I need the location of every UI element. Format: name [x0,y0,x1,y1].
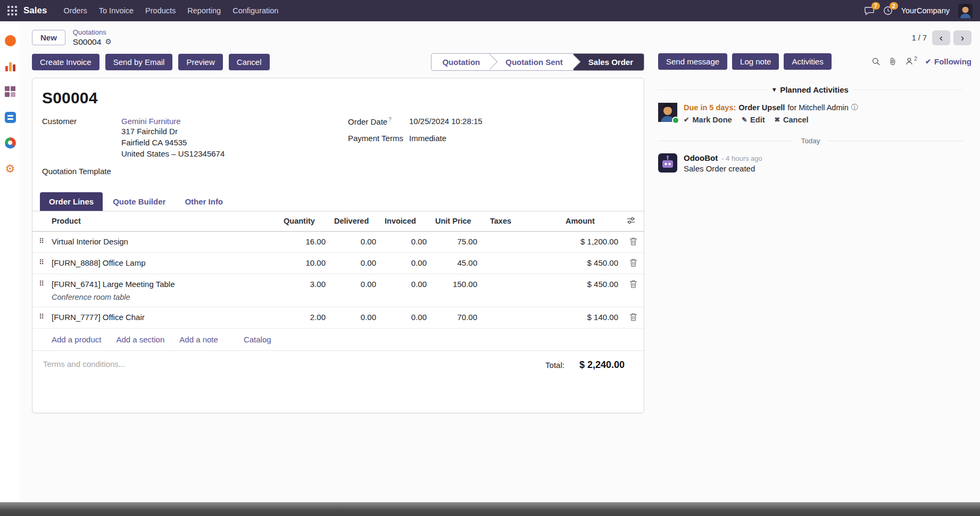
drag-handle-icon[interactable]: ⠿ [32,274,51,307]
add-a-note-link[interactable]: Add a note [179,335,218,344]
add-a-product-link[interactable]: Add a product [52,335,101,344]
delete-row-icon[interactable] [622,252,644,274]
menu-reporting[interactable]: Reporting [181,0,227,21]
status-quotation[interactable]: Quotation [431,54,491,70]
app-name[interactable]: Sales [23,5,47,16]
total-value: $ 2,240.00 [579,359,625,371]
actions-gear-icon[interactable]: ⚙ [105,37,112,47]
taxes-cell[interactable] [481,231,561,252]
delete-row-icon[interactable] [622,307,644,328]
column-taxes[interactable]: Taxes [481,211,561,232]
search-messages-icon[interactable] [871,57,881,66]
quantity-cell[interactable]: 3.00 [279,274,330,307]
message-author[interactable]: OdooBot [684,153,718,162]
optional-columns-icon[interactable] [622,211,644,232]
statusbar: Quotation Quotation Sent Sales Order [431,53,644,71]
add-a-section-link[interactable]: Add a section [116,335,164,344]
product-cell[interactable]: [FURN_7777] Office Chair [51,307,279,328]
menu-configuration[interactable]: Configuration [227,0,284,21]
tab-quote-builder[interactable]: Quote Builder [104,192,175,211]
circle-app-icon[interactable] [4,34,16,47]
cancel-activity-button[interactable]: ✖Cancel [775,116,809,124]
send-by-email-button[interactable]: Send by Email [105,54,173,70]
quotation-template-field[interactable] [111,167,196,176]
drag-handle-icon[interactable]: ⠿ [32,307,51,328]
followers-count: 2 [914,55,917,62]
attachments-paperclip-icon[interactable] [888,57,897,66]
settings-gear-icon[interactable]: ⚙ [4,162,16,175]
delete-row-icon[interactable] [622,274,644,307]
unit-price-cell[interactable]: 70.00 [431,307,481,328]
chatter: ▾ Planned Activities Due in 5 days [644,78,971,173]
unit-price-cell[interactable]: 45.00 [431,252,481,274]
column-product[interactable]: Product [51,211,279,232]
log-note-button[interactable]: Log note [732,53,779,70]
product-description: Conference room table [52,293,275,301]
payment-terms-field[interactable]: Immediate [409,134,446,143]
taxes-cell[interactable] [481,252,561,274]
bar-chart-app-icon[interactable] [4,60,16,72]
breadcrumb-quotations-link[interactable]: Quotations [73,28,112,37]
cancel-button[interactable]: Cancel [229,54,270,70]
product-cell[interactable]: [FURN_8888] Office Lamp [51,252,279,274]
create-invoice-button[interactable]: Create Invoice [32,54,99,70]
menu-orders[interactable]: Orders [57,0,93,21]
column-quantity[interactable]: Quantity [279,211,330,232]
activity-name: Order Upsell [738,103,785,112]
product-cell[interactable]: [FURN_6741] Large Meeting Table Conferen… [51,274,279,307]
new-button[interactable]: New [32,30,65,45]
user-avatar[interactable] [958,4,973,18]
status-sales-order[interactable]: Sales Order [574,54,644,70]
edit-activity-button[interactable]: ✎Edit [742,116,765,124]
following-toggle[interactable]: ✔ Following [925,57,971,66]
apps-grid-icon[interactable] [7,6,17,15]
tab-other-info[interactable]: Other Info [176,192,232,211]
pie-chart-app-icon[interactable] [4,136,16,149]
mark-done-button[interactable]: ✔Mark Done [684,116,732,124]
tab-order-lines[interactable]: Order Lines [40,192,103,211]
customer-link[interactable]: Gemini Furniture [121,117,181,126]
drag-handle-icon[interactable]: ⠿ [32,231,51,252]
invoiced-cell: 0.00 [380,274,431,307]
notebook-tabs: Order Lines Quote Builder Other Info [32,192,644,211]
menu-to-invoice[interactable]: To Invoice [93,0,139,21]
table-row: ⠿ Virtual Interior Design 16.00 0.00 0.0… [32,231,644,252]
unit-price-cell[interactable]: 75.00 [431,231,481,252]
info-icon[interactable]: ⓘ [851,103,858,112]
table-row: ⠿ [FURN_7777] Office Chair 2.00 0.00 0.0… [32,307,644,328]
grid-app-icon[interactable] [4,85,16,98]
odoobot-avatar [658,153,677,173]
drag-handle-icon[interactable]: ⠿ [32,252,51,274]
order-date-value[interactable]: 10/25/2024 10:28:15 [409,117,483,126]
terms-and-conditions-field[interactable]: Terms and conditions... [43,359,545,368]
column-invoiced[interactable]: Invoiced [380,211,431,232]
quantity-cell[interactable]: 16.00 [279,231,330,252]
messages-icon[interactable]: 7 [865,6,875,15]
product-cell[interactable]: Virtual Interior Design [51,231,279,252]
planned-activities-header[interactable]: ▾ Planned Activities [658,85,963,94]
catalog-link[interactable]: Catalog [244,335,271,344]
activities-clock-icon[interactable]: 2 [883,6,893,15]
preview-button[interactable]: Preview [178,54,222,70]
menu-products[interactable]: Products [139,0,181,21]
column-delivered[interactable]: Delivered [330,211,380,232]
taxes-cell[interactable] [481,274,561,307]
amount-cell: $ 450.00 [561,252,622,274]
delete-row-icon[interactable] [622,231,644,252]
send-message-button[interactable]: Send message [658,53,727,70]
customer-label: Customer [42,117,121,159]
taxes-cell[interactable] [481,307,561,328]
check-icon: ✔ [925,58,931,65]
quantity-cell[interactable]: 2.00 [279,307,330,328]
column-amount[interactable]: Amount [561,211,622,232]
quantity-cell[interactable]: 10.00 [279,252,330,274]
pager-prev-button[interactable]: ‹ [932,30,950,45]
unit-price-cell[interactable]: 150.00 [431,274,481,307]
company-switcher[interactable]: YourCompany [901,6,950,15]
blue-square-app-icon[interactable] [4,111,16,124]
status-quotation-sent[interactable]: Quotation Sent [491,54,574,70]
activities-button[interactable]: Activities [784,53,831,70]
followers-icon[interactable]: 2 [905,57,917,65]
pager-next-button[interactable]: › [953,30,971,45]
column-unit-price[interactable]: Unit Price [431,211,481,232]
